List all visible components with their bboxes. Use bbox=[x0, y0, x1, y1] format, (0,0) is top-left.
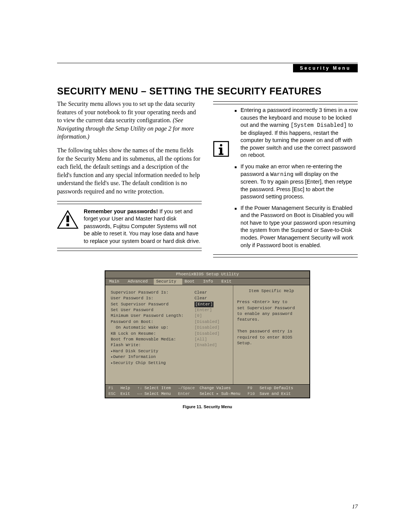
bios-field-value: [Enabled] bbox=[194, 342, 217, 348]
bios-figure: PhoenixBIOS Setup Utility Main Advanced … bbox=[105, 270, 310, 409]
info-box: ■ Entering a password incorrectly 3 time… bbox=[213, 107, 358, 253]
divider bbox=[213, 101, 358, 102]
bios-field-value: Clear bbox=[194, 290, 207, 296]
warning-text: Remember your passwords! If you set and … bbox=[84, 208, 202, 245]
bios-field-value: [Disabled] bbox=[194, 319, 220, 325]
bios-main-panel: Supervisor Password Is:ClearUser Passwor… bbox=[105, 285, 233, 384]
bios-field-label: On Automatic Wake up: bbox=[111, 325, 194, 331]
info-list: ■ Entering a password incorrectly 3 time… bbox=[234, 107, 358, 253]
bios-tab-main[interactable]: Main bbox=[107, 278, 125, 285]
columns: The Security menu allows you to set up t… bbox=[57, 100, 358, 260]
bullet-text: If you make an error when re-entering th… bbox=[241, 163, 358, 201]
bios-field-row[interactable]: On Automatic Wake up:[Disabled] bbox=[111, 325, 229, 331]
bios-field-value: [Disabled] bbox=[194, 331, 220, 337]
page-title: SECURITY MENU – SETTING THE SECURITY FEA… bbox=[57, 86, 358, 97]
bios-submenu-label: Security Chip Setting bbox=[111, 360, 194, 366]
bios-field-row[interactable]: KB Lock on Resume:[Disabled] bbox=[111, 331, 229, 337]
bios-body: Supervisor Password Is:ClearUser Passwor… bbox=[105, 285, 309, 384]
divider bbox=[57, 251, 202, 251]
bullet-text: Entering a password incorrectly 3 times … bbox=[241, 107, 358, 159]
bios-field-value: Clear bbox=[194, 296, 207, 301]
key-updown: ↑↓ Select Item bbox=[137, 385, 178, 391]
intro-para-1: The Security menu allows you to set up t… bbox=[57, 100, 202, 141]
bios-submenu-row[interactable]: Hard Disk Security bbox=[111, 348, 229, 354]
bios-field-label: KB Lock on Resume: bbox=[111, 331, 194, 337]
bios-field-row[interactable]: User Password Is:Clear bbox=[111, 296, 229, 301]
warning-icon bbox=[57, 210, 78, 231]
svg-rect-7 bbox=[219, 153, 223, 155]
bios-help-title: Item Specific Help bbox=[237, 288, 306, 294]
bios-field-row[interactable]: Set Supervisor Password[Enter] bbox=[111, 302, 229, 307]
bios-tabs: Main Advanced Security Boot Info Exit bbox=[105, 278, 309, 285]
figure-caption: Figure 11. Security Menu bbox=[105, 404, 310, 409]
bios-field-value: [All] bbox=[194, 337, 207, 342]
key-enter: Enter Select ▸ Sub-Menu bbox=[178, 391, 248, 397]
page: Security Menu SECURITY MENU – SETTING TH… bbox=[0, 0, 411, 532]
info-icon bbox=[213, 141, 230, 159]
top-rule bbox=[57, 63, 358, 63]
right-column: ■ Entering a password incorrectly 3 time… bbox=[213, 100, 358, 260]
key-esc: ESC Exit bbox=[108, 391, 137, 397]
bios-field-label: Minimum User Password Length: bbox=[111, 313, 194, 319]
bios-field-value: [0] bbox=[194, 313, 202, 319]
bios-field-row[interactable]: Flash Write:[Enabled] bbox=[111, 342, 229, 348]
bios-submenu-label: Owner Information bbox=[111, 354, 194, 360]
key-f1: F1 Help bbox=[108, 385, 137, 391]
bios-help-text: Press <Enter> key to set Supervisor Pass… bbox=[237, 299, 306, 346]
key-f9: F9 Setup Defaults bbox=[248, 385, 293, 391]
bios-field-label: Flash Write: bbox=[111, 342, 194, 348]
intro-para-2: The following tables show the names of t… bbox=[57, 146, 202, 196]
bios-field-label: User Password Is: bbox=[111, 296, 194, 301]
bios-submenu-row[interactable]: Owner Information bbox=[111, 354, 229, 360]
bios-help-panel: Item Specific Help Press <Enter> key to … bbox=[233, 285, 309, 384]
footer-row-1: F1 Help ↑↓ Select Item -/Space Change Va… bbox=[108, 385, 306, 391]
bullet-1: ■ Entering a password incorrectly 3 time… bbox=[234, 107, 358, 159]
bios-tab-boot[interactable]: Boot bbox=[182, 278, 201, 285]
svg-rect-6 bbox=[219, 148, 221, 149]
bios-tab-advanced[interactable]: Advanced bbox=[125, 278, 154, 285]
divider bbox=[57, 201, 202, 201]
warning-lead: Remember your passwords! bbox=[84, 208, 158, 214]
divider bbox=[213, 257, 358, 257]
bios-submenu-row[interactable]: Security Chip Setting bbox=[111, 360, 229, 366]
bios-tab-exit[interactable]: Exit bbox=[219, 278, 237, 285]
bios-field-label: Supervisor Password Is: bbox=[111, 290, 194, 296]
bios-field-value: [Enter] bbox=[194, 302, 213, 307]
bios-field-row[interactable]: Minimum User Password Length:[0] bbox=[111, 313, 229, 319]
bios-field-row[interactable]: Supervisor Password Is:Clear bbox=[111, 290, 229, 296]
bios-field-row[interactable]: Set User Password[Enter] bbox=[111, 307, 229, 313]
bullet-icon: ■ bbox=[234, 107, 237, 159]
svg-rect-1 bbox=[67, 216, 69, 222]
bullet-3: ■ If the Power Management Security is En… bbox=[234, 204, 358, 249]
divider bbox=[213, 254, 358, 255]
bios-field-row[interactable]: Password on Boot:[Disabled] bbox=[111, 319, 229, 325]
bios-submenu-label: Hard Disk Security bbox=[111, 348, 194, 354]
bios-window: PhoenixBIOS Setup Utility Main Advanced … bbox=[105, 270, 310, 398]
divider bbox=[57, 204, 202, 204]
header-tag: Security Menu bbox=[293, 64, 358, 72]
bullet-2: ■ If you make an error when re-entering … bbox=[234, 163, 358, 201]
bios-field-label: Password on Boot: bbox=[111, 319, 194, 325]
bios-field-value: [Enter] bbox=[194, 307, 212, 313]
left-column: The Security menu allows you to set up t… bbox=[57, 100, 202, 260]
warning-box: Remember your passwords! If you set and … bbox=[57, 206, 202, 247]
bios-tab-info[interactable]: Info bbox=[201, 278, 219, 285]
footer-row-2: ESC Exit ←→ Select Menu Enter Select ▸ S… bbox=[108, 391, 306, 397]
divider bbox=[57, 248, 202, 248]
key-leftright: ←→ Select Menu bbox=[137, 391, 178, 397]
bios-field-row[interactable]: Boot from Removable Media:[All] bbox=[111, 337, 229, 342]
key-f10: F10 Save and Exit bbox=[248, 391, 291, 397]
svg-point-4 bbox=[220, 144, 222, 146]
key-space: -/Space Change Values bbox=[178, 385, 248, 391]
content: SECURITY MENU – SETTING THE SECURITY FEA… bbox=[57, 86, 358, 409]
page-number: 17 bbox=[352, 503, 358, 510]
bios-title: PhoenixBIOS Setup Utility bbox=[105, 271, 309, 278]
bios-field-label: Set Supervisor Password bbox=[111, 302, 194, 307]
bios-tab-security[interactable]: Security bbox=[154, 278, 182, 285]
bullet-icon: ■ bbox=[234, 163, 237, 201]
svg-rect-2 bbox=[67, 224, 69, 226]
bullet-icon: ■ bbox=[234, 204, 237, 249]
bullet-text: If the Power Management Security is Enab… bbox=[241, 204, 358, 249]
bios-field-label: Set User Password bbox=[111, 307, 194, 313]
bios-field-label: Boot from Removable Media: bbox=[111, 337, 194, 342]
